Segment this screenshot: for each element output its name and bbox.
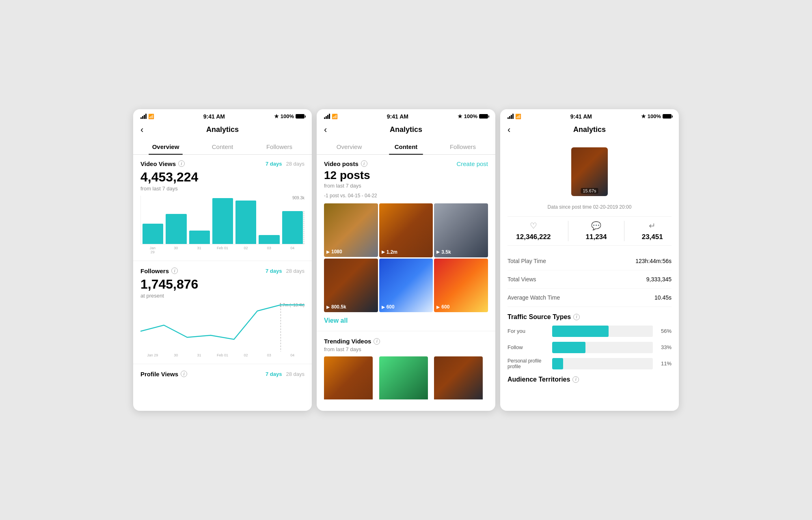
battery-pct-2: 100% <box>464 113 477 119</box>
video-thumb-4[interactable]: ▶ 800.5k <box>324 259 378 313</box>
followers-info-icon[interactable]: i <box>171 268 178 274</box>
create-post-button[interactable]: Create post <box>456 160 488 167</box>
back-button-3[interactable]: ‹ <box>508 125 510 135</box>
header-1: ‹ Analytics <box>133 122 312 139</box>
chart-label-feb01: Feb 01 <box>212 246 233 254</box>
traffic-fill-profile <box>552 358 563 369</box>
shares-value: 23,451 <box>642 233 663 241</box>
play-icon-5: ▶ <box>382 305 385 309</box>
view-all-button[interactable]: View all <box>324 317 488 324</box>
video-views-3: 3.5k <box>441 249 451 255</box>
page-title-2: Analytics <box>390 125 422 134</box>
status-right-2: ★ 100% <box>458 113 488 119</box>
battery-icon-2 <box>479 114 488 119</box>
video-views-2: 1.2m <box>387 249 397 255</box>
back-button-1[interactable]: ‹ <box>140 125 143 135</box>
tab-content-1[interactable]: Content <box>194 139 251 154</box>
tab-followers-2[interactable]: Followers <box>434 139 491 154</box>
audience-info-icon[interactable]: i <box>572 376 579 383</box>
tab-content-2[interactable]: Content <box>378 139 434 154</box>
bar-jan31 <box>189 231 210 244</box>
followers-period-7[interactable]: 7 days <box>266 268 282 274</box>
battery-fill-2 <box>479 114 488 118</box>
period-7days-1[interactable]: 7 days <box>266 161 282 167</box>
bar-chart-labels: Jan29 30 31 Feb 01 02 03 04 <box>140 246 304 254</box>
profile-period-7[interactable]: 7 days <box>266 371 282 377</box>
header-3: ‹ Analytics <box>500 122 679 139</box>
status-time-3: 9:41 AM <box>570 113 592 120</box>
traffic-label-foryou: For you <box>508 328 548 334</box>
bluetooth-icon: ★ <box>274 113 279 119</box>
traffic-row-profile: Personal profile profile 11% <box>508 358 672 369</box>
status-time-2: 9:41 AM <box>387 113 408 120</box>
followers-periods: 7 days 28 days <box>266 268 304 274</box>
avg-watch-time-label: Average Watch Time <box>508 294 560 301</box>
video-posts-title: Video posts i <box>324 160 367 167</box>
stat-divider-1 <box>568 221 568 241</box>
line-chart-labels: Jan 29 30 31 Feb 01 02 03 04 <box>140 353 304 357</box>
line-chart-wrapper: 1.7m (+13.4k) Jan 29 30 31 Feb 01 02 03 … <box>140 303 304 357</box>
chart-label-04: 04 <box>282 246 303 254</box>
bar-chart-wrapper: 909.3k Jan29 30 31 F <box>140 196 304 254</box>
avg-watch-time-row: Average Watch Time 10.45s <box>508 289 672 307</box>
profile-period-28[interactable]: 28 days <box>286 371 304 377</box>
stat-shares: ↵ 23,451 <box>642 221 663 241</box>
status-left-3: 📶 <box>508 114 521 119</box>
video-preview-thumb[interactable]: 15.67s <box>571 147 608 196</box>
video-views-title: Video Views i <box>140 160 185 167</box>
battery-fill-1 <box>296 114 304 118</box>
stat-likes: ♡ 12,346,222 <box>516 221 551 241</box>
video-thumb-6[interactable]: ▶ 600 <box>434 259 488 313</box>
followers-period-28[interactable]: 28 days <box>286 268 304 274</box>
profile-views-info-icon[interactable]: i <box>181 371 187 377</box>
traffic-bar-follow <box>552 342 653 353</box>
tabs-2: Overview Content Followers <box>317 139 495 155</box>
wifi-icon: 📶 <box>148 114 154 119</box>
chart-label-31: 31 <box>189 246 209 254</box>
bar-jan29 <box>143 224 163 244</box>
status-bar-1: 📶 9:41 AM ★ 100% <box>133 109 312 122</box>
line-label-04: 04 <box>282 353 303 357</box>
video-thumb-1[interactable]: ▶ 1080 <box>324 203 378 257</box>
video-thumb-5[interactable]: ▶ 600 <box>379 259 433 313</box>
line-chart <box>140 303 304 352</box>
screens-container: 📶 9:41 AM ★ 100% ‹ Analytics Overview Co… <box>125 101 687 419</box>
video-thumb-2[interactable]: ▶ 1.2m <box>379 203 433 257</box>
tab-overview-2[interactable]: Overview <box>321 139 378 154</box>
tab-overview-1[interactable]: Overview <box>137 139 194 154</box>
video-views-1: 1080 <box>331 249 342 255</box>
content-screen-body: Video posts i Create post 12 posts from … <box>317 155 495 399</box>
trending-thumb-1[interactable] <box>324 356 373 399</box>
period-28days-1[interactable]: 28 days <box>286 161 304 167</box>
screen-detail: 📶 9:41 AM ★ 100% ‹ Analytics 15.67s <box>500 109 679 411</box>
wifi-icon-3: 📶 <box>515 114 521 119</box>
video-overlay-4: ▶ 800.5k <box>326 304 346 310</box>
trending-info-icon[interactable]: i <box>374 338 380 345</box>
traffic-info-icon[interactable]: i <box>573 314 580 320</box>
bar-feb02 <box>235 201 256 244</box>
posts-subtext: from last 7 days <box>324 183 488 189</box>
divider-1 <box>133 261 312 261</box>
traffic-pct-follow: 33% <box>657 344 672 350</box>
comment-icon: 💬 <box>591 221 601 231</box>
status-left-1: 📶 <box>140 114 154 119</box>
line-chart-svg <box>140 303 304 352</box>
back-button-2[interactable]: ‹ <box>324 125 327 135</box>
video-posts-info-icon[interactable]: i <box>361 160 367 167</box>
total-play-time-label: Total Play Time <box>508 258 546 264</box>
video-grid: ▶ 1080 ▶ 1.2m ▶ 3.5k <box>324 203 488 312</box>
traffic-row-foryou: For you 56% <box>508 326 672 337</box>
video-views-periods: 7 days 28 days <box>266 161 304 167</box>
trending-thumb-2[interactable] <box>379 356 428 399</box>
status-left-2: 📶 <box>324 114 338 119</box>
video-views-info-icon[interactable]: i <box>178 160 185 167</box>
traffic-fill-follow <box>552 342 585 353</box>
tab-followers-1[interactable]: Followers <box>251 139 308 154</box>
bar-feb03 <box>259 235 279 244</box>
trending-thumb-3[interactable] <box>434 356 483 399</box>
video-thumb-3[interactable]: ▶ 3.5k <box>434 203 488 257</box>
page-title-3: Analytics <box>573 125 606 134</box>
line-label-02: 02 <box>235 353 256 357</box>
total-play-time-value: 123h:44m:56s <box>635 258 672 264</box>
signal-icon <box>140 114 147 119</box>
